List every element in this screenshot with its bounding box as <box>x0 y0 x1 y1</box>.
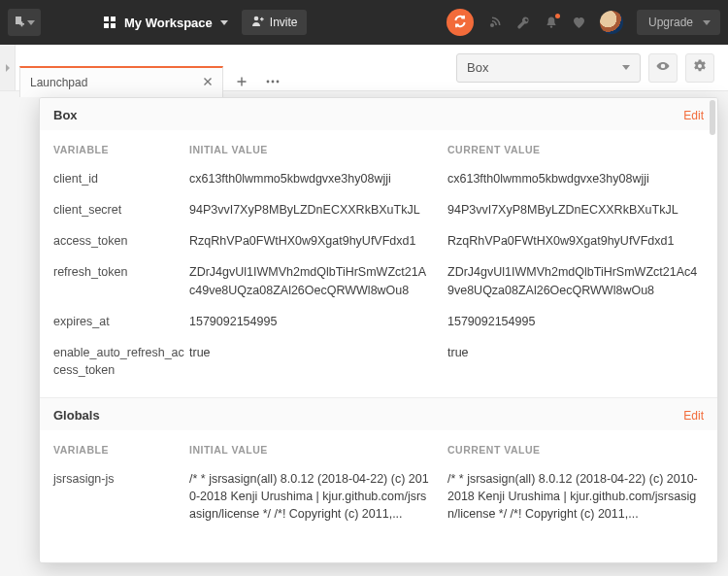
environment-quicklook-button[interactable] <box>648 53 678 83</box>
svg-point-12 <box>267 81 270 84</box>
scope-header-box: Box Edit <box>40 98 717 130</box>
wrench-icon[interactable] <box>516 16 531 30</box>
svg-point-10 <box>490 23 494 27</box>
var-name: expires_at <box>53 313 189 330</box>
var-current: true <box>447 344 704 379</box>
var-initial: cx613fth0lwmmo5kbwdgvxe3hy08wjji <box>189 170 447 187</box>
col-initial: INITIAL VALUE <box>189 444 447 456</box>
scrollbar-thumb[interactable] <box>710 100 715 135</box>
person-plus-icon <box>251 15 264 30</box>
var-name: access_token <box>53 232 189 250</box>
table-row: access_token RzqRhVPa0FWtHX0w9Xgat9hyUfV… <box>40 225 717 256</box>
var-initial: 1579092154995 <box>189 313 447 330</box>
workspace-switcher[interactable]: My Workspace <box>103 16 228 30</box>
table-row: jsrsasign-js /* * jsrsasign(all) 8.0.12 … <box>40 463 717 529</box>
svg-rect-0 <box>16 17 21 24</box>
var-initial: true <box>189 344 447 379</box>
var-name: client_secret <box>53 201 189 219</box>
svg-point-14 <box>277 81 280 84</box>
svg-rect-9 <box>261 17 262 21</box>
new-menu-button[interactable] <box>8 9 41 36</box>
chevron-down-icon <box>27 20 35 25</box>
svg-rect-2 <box>21 21 23 26</box>
scope-header-globals: Globals Edit <box>40 398 717 430</box>
settings-button[interactable] <box>685 53 714 83</box>
var-name: client_id <box>53 170 189 187</box>
chevron-down-icon <box>622 65 630 70</box>
svg-point-7 <box>253 17 258 21</box>
svg-point-11 <box>550 25 552 27</box>
column-headers: VARIABLE INITIAL VALUE CURRENT VALUE <box>40 434 717 463</box>
col-variable: VARIABLE <box>53 444 189 456</box>
upgrade-label: Upgrade <box>648 16 693 29</box>
invite-button[interactable]: Invite <box>242 10 308 35</box>
col-current: CURRENT VALUE <box>447 144 704 155</box>
var-current: RzqRhVPa0FWtHX0w9Xgat9hyUfVFdxd1 <box>447 232 704 250</box>
file-plus-icon <box>14 16 25 30</box>
environment-quicklook-popup: Box Edit VARIABLE INITIAL VALUE CURRENT … <box>39 97 718 563</box>
chevron-down-icon <box>220 20 228 25</box>
var-current: cx613fth0lwmmo5kbwdgvxe3hy08wjji <box>447 170 704 187</box>
var-initial: 94P3vvI7XyP8MByLZDnECXXRkBXuTkJL <box>189 201 447 219</box>
table-row: client_secret 94P3vvI7XyP8MByLZDnECXXRkB… <box>40 194 717 225</box>
var-current: ZDrJ4gvUl1IWMVh2mdQlbTiHrSmWZct21Ac49ve8… <box>447 263 704 298</box>
scope-body-globals: VARIABLE INITIAL VALUE CURRENT VALUE jsr… <box>40 430 717 541</box>
workspace-label: My Workspace <box>124 16 213 30</box>
var-initial: RzqRhVPa0FWtHX0w9Xgat9hyUfVFdxd1 <box>189 232 447 250</box>
svg-rect-6 <box>111 23 116 28</box>
svg-rect-5 <box>104 23 109 28</box>
environment-selector[interactable]: Box <box>456 53 641 83</box>
table-row: refresh_token ZDrJ4gvUl1IWMVh2mdQlbTiHrS… <box>40 256 717 305</box>
upgrade-button[interactable]: Upgrade <box>637 10 720 35</box>
tab-launchpad[interactable]: Launchpad <box>19 66 223 97</box>
var-name: enable_auto_refresh_access_token <box>53 344 189 379</box>
satellite-icon[interactable] <box>487 15 503 30</box>
eye-icon <box>655 58 671 77</box>
invite-label: Invite <box>270 16 298 29</box>
bell-icon[interactable] <box>545 16 558 29</box>
column-headers: VARIABLE INITIAL VALUE CURRENT VALUE <box>40 134 717 163</box>
var-current: /* * jsrsasign(all) 8.0.12 (2018-04-22) … <box>447 470 704 523</box>
table-row: client_id cx613fth0lwmmo5kbwdgvxe3hy08wj… <box>40 163 717 194</box>
environment-selected-label: Box <box>467 60 488 75</box>
chevron-down-icon <box>703 20 711 25</box>
app-bar-right: Upgrade <box>447 9 720 36</box>
table-row: expires_at 1579092154995 1579092154995 <box>40 306 717 337</box>
var-initial: ZDrJ4gvUl1IWMVh2mdQlbTiHrSmWZct21Ac49ve8… <box>189 263 447 298</box>
gear-icon <box>692 58 708 77</box>
col-current: CURRENT VALUE <box>447 444 704 456</box>
tab-label: Launchpad <box>30 76 87 89</box>
table-row: enable_auto_refresh_access_token true tr… <box>40 337 717 386</box>
scope-edit-link[interactable]: Edit <box>683 109 704 122</box>
svg-rect-3 <box>104 17 109 21</box>
scope-edit-link[interactable]: Edit <box>683 409 704 423</box>
history-sidebar-toggle[interactable] <box>0 45 16 90</box>
var-initial: /* * jsrsasign(all) 8.0.12 (2018-04-22) … <box>189 470 447 523</box>
new-tab-button[interactable] <box>229 69 254 94</box>
scope-title: Globals <box>53 408 100 423</box>
avatar[interactable] <box>600 11 623 34</box>
grid-icon <box>103 16 116 29</box>
scope-title: Box <box>53 108 78 122</box>
close-icon[interactable] <box>203 76 213 89</box>
tab-strip: Launchpad <box>19 66 285 97</box>
sync-icon <box>453 15 467 31</box>
var-current: 94P3vvI7XyP8MByLZDnECXXRkBXuTkJL <box>447 201 704 219</box>
col-initial: INITIAL VALUE <box>189 144 447 155</box>
scrollbar-track[interactable] <box>708 98 717 562</box>
svg-rect-4 <box>111 17 116 21</box>
heart-icon[interactable] <box>572 16 586 30</box>
scope-body-box: VARIABLE INITIAL VALUE CURRENT VALUE cli… <box>40 130 717 397</box>
col-variable: VARIABLE <box>53 144 189 155</box>
var-name: jsrsasign-js <box>53 470 189 523</box>
app-bar: My Workspace Invite Upgrade <box>0 0 728 45</box>
var-name: refresh_token <box>53 263 189 298</box>
sync-button[interactable] <box>447 9 474 36</box>
tab-options-button[interactable] <box>260 69 285 94</box>
var-current: 1579092154995 <box>447 313 704 330</box>
svg-point-13 <box>272 81 275 84</box>
